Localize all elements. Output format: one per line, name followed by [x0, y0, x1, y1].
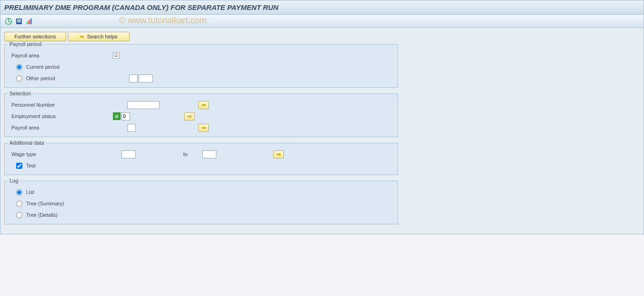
employment-status-label: Employment status [9, 113, 113, 119]
page-title: PRELIMINARY DME PROGRAM (CANADA ONLY) FO… [0, 0, 644, 15]
payroll-area-label: Payroll area [9, 53, 113, 58]
additional-data-legend: Additional data [8, 140, 46, 146]
tree-summary-radio-row[interactable]: Tree (Summary) [9, 201, 113, 207]
personnel-number-multi-icon[interactable]: ⇨ [198, 101, 209, 109]
other-period-radio-row[interactable]: Other period [9, 75, 113, 82]
watermark-text: © www.tutorialkart.com [119, 16, 206, 26]
other-period-label: Other period [26, 75, 55, 81]
additional-data-group: Additional data Wage type to ⇨ Test [4, 143, 398, 175]
selection-group: Selection Personnel Number ⇨ Employment … [4, 93, 398, 137]
payroll-area2-multi-icon[interactable]: ⇨ [198, 124, 209, 132]
arrow-right-icon: ⇨ [80, 34, 84, 40]
tree-details-label: Tree (Details) [26, 212, 57, 218]
payroll-period-group: Payroll period Payroll area ☑ Current pe… [4, 44, 398, 88]
chart-icon[interactable] [25, 17, 34, 26]
personnel-number-input[interactable] [127, 101, 159, 109]
list-radio-row[interactable]: List [9, 189, 113, 195]
current-period-radio[interactable] [16, 64, 22, 70]
further-selections-label: Further selections [14, 34, 56, 39]
test-label: Test [26, 163, 36, 168]
personnel-number-label: Personnel Number [9, 102, 113, 108]
other-period-input-1[interactable] [129, 74, 138, 83]
svg-rect-3 [17, 21, 21, 22]
further-selections-button[interactable]: Further selections [4, 32, 66, 41]
payroll-area2-input[interactable] [127, 124, 136, 132]
current-period-radio-row[interactable]: Current period [9, 64, 113, 70]
test-checkbox[interactable] [16, 163, 22, 169]
payroll-area2-label: Payroll area [9, 125, 113, 130]
list-label: List [26, 189, 34, 195]
wage-type-label: Wage type [9, 151, 113, 157]
tree-summary-label: Tree (Summary) [26, 201, 64, 206]
search-helps-button[interactable]: ⇨ Search helps [68, 32, 130, 41]
content-area: Further selections ⇨ Search helps Payrol… [0, 28, 644, 234]
wage-type-from-input[interactable] [121, 150, 136, 158]
wage-type-to-label: to [150, 151, 202, 157]
selection-legend: Selection [8, 91, 33, 96]
payroll-area-f4-icon[interactable]: ☑ [113, 52, 120, 59]
current-period-label: Current period [26, 64, 59, 70]
other-period-radio[interactable] [16, 75, 22, 82]
svg-rect-4 [27, 22, 28, 24]
tree-details-radio[interactable] [16, 212, 22, 218]
employment-status-label-text: Employment status [11, 113, 56, 119]
payroll-period-legend: Payroll period [8, 41, 43, 47]
app-toolbar: © www.tutorialkart.com [0, 15, 644, 28]
other-period-input-2[interactable] [139, 74, 153, 83]
log-group: Log List Tree (Summary) Tree (Details) [4, 181, 398, 224]
svg-rect-6 [30, 18, 32, 24]
test-checkbox-row[interactable]: Test [9, 163, 113, 169]
employment-status-multi-icon[interactable]: ⇨ [184, 112, 195, 120]
search-helps-label: Search helps [87, 34, 117, 39]
log-legend: Log [8, 178, 20, 184]
employment-status-input[interactable] [121, 112, 130, 120]
svg-rect-2 [17, 19, 21, 21]
execute-icon[interactable] [4, 17, 13, 26]
tree-summary-radio[interactable] [16, 201, 22, 207]
list-radio[interactable] [16, 189, 22, 195]
selection-button-row: Further selections ⇨ Search helps [4, 32, 640, 41]
tree-details-radio-row[interactable]: Tree (Details) [9, 212, 113, 218]
not-equal-icon[interactable]: ≠ [113, 112, 121, 120]
variant-icon[interactable] [15, 17, 23, 26]
wage-type-multi-icon[interactable]: ⇨ [273, 150, 284, 158]
svg-rect-5 [28, 20, 30, 24]
wage-type-to-input[interactable] [202, 150, 216, 158]
